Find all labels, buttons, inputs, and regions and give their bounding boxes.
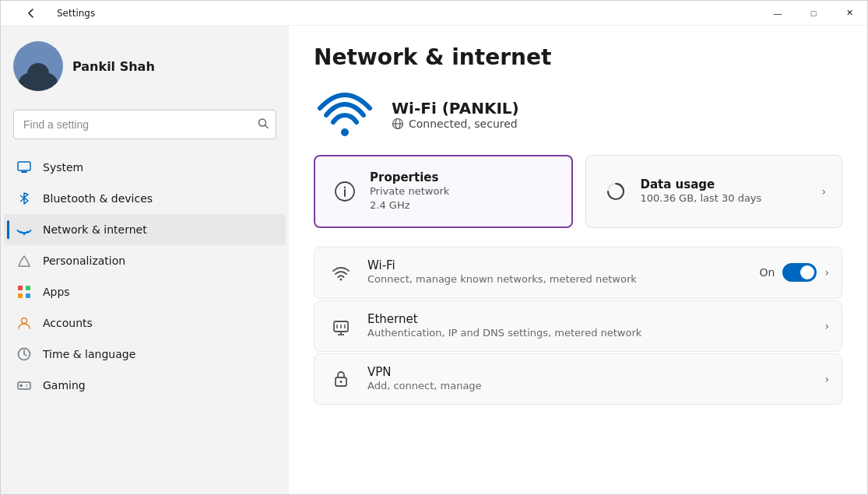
data-usage-card[interactable]: Data usage 100.36 GB, last 30 days ›: [585, 155, 843, 228]
sidebar-item-network[interactable]: Network & internet: [4, 214, 286, 245]
apps-icon: [16, 284, 32, 300]
vpn-setting-item[interactable]: VPN Add, connect, manage ›: [314, 353, 842, 405]
info-icon: [331, 177, 359, 205]
wifi-toggle-label: On: [759, 266, 775, 279]
titlebar-left: Settings: [13, 1, 95, 26]
ethernet-setting-info: Ethernet Authentication, IP and DNS sett…: [367, 312, 812, 340]
properties-info: Properties Private network 2.4 GHz: [370, 170, 556, 212]
data-usage-icon: [602, 177, 630, 205]
titlebar: Settings — □ ✕: [1, 1, 867, 26]
wifi-setting-title: Wi-Fi: [367, 258, 747, 272]
sidebar: Pankil Shah System: [1, 26, 289, 494]
sidebar-item-label: Accounts: [43, 317, 93, 329]
data-usage-chevron: ›: [821, 185, 826, 198]
vpn-setting-desc: Add, connect, manage: [367, 379, 812, 393]
svg-point-16: [26, 384, 27, 385]
wifi-large-icon: [314, 89, 376, 139]
personalization-icon: [16, 253, 32, 269]
profile-section[interactable]: Pankil Shah: [1, 26, 289, 104]
svg-rect-3: [21, 171, 27, 173]
svg-point-6: [23, 233, 25, 235]
sidebar-item-label: System: [43, 161, 83, 174]
ethernet-setting-right: ›: [824, 320, 829, 332]
window-title: Settings: [57, 8, 95, 19]
sidebar-item-apps[interactable]: Apps: [4, 276, 286, 307]
wifi-setting-item[interactable]: Wi-Fi Connect, manage known networks, me…: [314, 247, 842, 298]
main-content: Pankil Shah System: [1, 26, 867, 494]
sidebar-item-gaming[interactable]: Gaming: [4, 370, 286, 401]
page-title: Network & internet: [314, 44, 842, 70]
data-usage-title: Data usage: [641, 177, 811, 191]
svg-line-1: [265, 125, 269, 128]
svg-point-18: [341, 128, 349, 136]
properties-card[interactable]: Properties Private network 2.4 GHz: [314, 155, 573, 228]
ethernet-setting-item[interactable]: Ethernet Authentication, IP and DNS sett…: [314, 300, 842, 352]
vpn-chevron: ›: [824, 373, 829, 385]
sidebar-item-personalization[interactable]: Personalization: [4, 245, 286, 276]
ethernet-chevron: ›: [824, 320, 829, 332]
properties-sub: Private network 2.4 GHz: [370, 184, 556, 212]
svg-point-17: [26, 386, 27, 387]
ethernet-setting-title: Ethernet: [367, 312, 812, 326]
time-icon: [16, 346, 32, 362]
svg-rect-9: [18, 293, 23, 298]
sidebar-item-label: Personalization: [43, 255, 125, 267]
settings-list: Wi-Fi Connect, manage known networks, me…: [314, 247, 842, 405]
svg-point-33: [340, 381, 343, 383]
bluetooth-icon: [16, 191, 32, 206]
properties-title: Properties: [370, 170, 556, 184]
accounts-icon: [16, 315, 32, 331]
vpn-setting-info: VPN Add, connect, manage: [367, 365, 812, 393]
globe-icon: [392, 118, 404, 130]
wifi-info: Wi-Fi (PANKIL) Connected, secured: [392, 99, 519, 130]
sidebar-item-bluetooth[interactable]: Bluetooth & devices: [4, 183, 286, 214]
wifi-status: Connected, secured: [392, 118, 519, 130]
maximize-button[interactable]: □: [796, 1, 831, 26]
svg-rect-8: [26, 286, 30, 290]
sidebar-item-time[interactable]: Time & language: [4, 339, 286, 370]
vpn-setting-icon: [327, 365, 355, 393]
avatar: [13, 41, 63, 91]
wifi-name: Wi-Fi (PANKIL): [392, 99, 519, 118]
back-button[interactable]: [13, 1, 49, 26]
svg-point-24: [344, 187, 346, 188]
settings-window: Settings — □ ✕ Pankil Shah: [0, 0, 868, 495]
vpn-setting-title: VPN: [367, 365, 812, 379]
data-usage-info: Data usage 100.36 GB, last 30 days: [641, 177, 811, 205]
svg-rect-2: [18, 162, 30, 170]
svg-point-11: [22, 318, 27, 324]
svg-rect-10: [26, 293, 30, 298]
sidebar-item-accounts[interactable]: Accounts: [4, 307, 286, 339]
gaming-icon: [16, 377, 32, 393]
search-icon: [258, 118, 269, 132]
profile-name: Pankil Shah: [72, 59, 155, 74]
sidebar-item-label: Network & internet: [43, 223, 147, 236]
search-box: [13, 110, 276, 139]
network-icon: [16, 222, 32, 237]
system-icon: [16, 160, 32, 175]
wifi-setting-desc: Connect, manage known networks, metered …: [367, 272, 747, 286]
close-button[interactable]: ✕: [831, 1, 867, 26]
ethernet-setting-icon: [327, 312, 355, 340]
window-controls: — □ ✕: [760, 1, 867, 26]
wifi-setting-icon: [327, 258, 355, 286]
sidebar-item-system[interactable]: System: [4, 152, 286, 183]
ethernet-setting-desc: Authentication, IP and DNS settings, met…: [367, 326, 812, 340]
main-panel: Network & internet Wi-Fi (PANKIL): [289, 26, 867, 494]
search-input[interactable]: [13, 110, 276, 139]
minimize-button[interactable]: —: [760, 1, 796, 26]
sidebar-item-label: Bluetooth & devices: [43, 192, 153, 205]
wifi-status-row: Wi-Fi (PANKIL) Connected, secured: [314, 89, 842, 139]
cards-row: Properties Private network 2.4 GHz: [314, 155, 842, 228]
data-usage-sub: 100.36 GB, last 30 days: [641, 191, 811, 205]
wifi-chevron: ›: [824, 266, 829, 279]
sidebar-item-label: Time & language: [43, 348, 135, 360]
sidebar-item-label: Gaming: [43, 379, 86, 391]
svg-point-25: [340, 279, 343, 281]
svg-rect-7: [18, 286, 23, 290]
nav-items: System Bluetooth & devices: [1, 152, 289, 401]
vpn-setting-right: ›: [824, 373, 829, 385]
wifi-setting-right: On ›: [759, 263, 829, 282]
wifi-toggle[interactable]: [782, 263, 817, 282]
sidebar-item-label: Apps: [43, 286, 70, 298]
